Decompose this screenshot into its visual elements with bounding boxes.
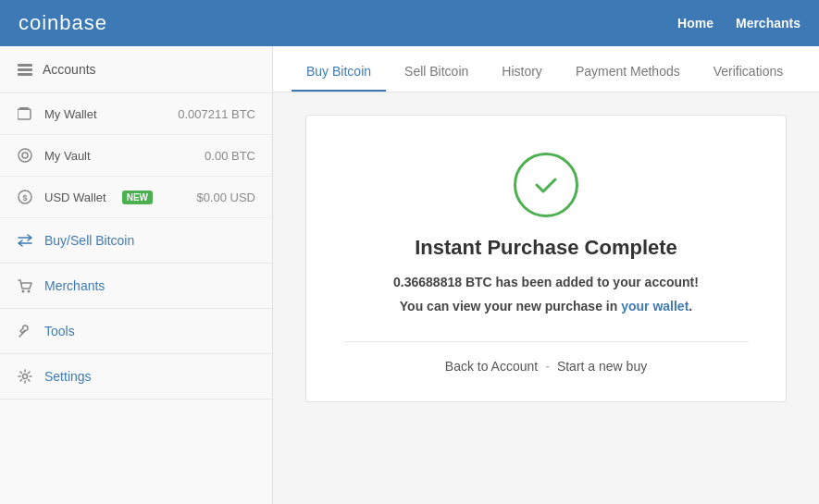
svg-point-5 xyxy=(19,149,31,162)
tabs: Buy Bitcoin Sell Bitcoin History Payment… xyxy=(273,46,819,92)
tab-sell-bitcoin[interactable]: Sell Bitcoin xyxy=(390,64,483,92)
svg-text:$: $ xyxy=(22,193,27,203)
svg-point-6 xyxy=(22,153,28,158)
gear-icon xyxy=(17,368,33,385)
tab-buy-bitcoin[interactable]: Buy Bitcoin xyxy=(292,64,386,92)
sub-text-after: . xyxy=(689,299,692,313)
nav-merchants[interactable]: Merchants xyxy=(736,16,800,31)
layout: Accounts My Wallet 0.007211 BTC xyxy=(0,46,819,504)
nav-home[interactable]: Home xyxy=(677,16,714,31)
accounts-section-header: Accounts xyxy=(0,46,272,93)
sub-text-before: You can view your new purchase in xyxy=(400,299,621,313)
tools-label: Tools xyxy=(44,324,75,338)
svg-point-10 xyxy=(28,289,31,292)
svg-rect-2 xyxy=(18,73,32,76)
svg-rect-1 xyxy=(18,68,32,71)
sidebar-item-my-vault[interactable]: My Vault 0.00 BTC xyxy=(0,135,272,177)
svg-point-9 xyxy=(22,289,25,292)
content-area: Instant Purchase Complete 0.36688818 BTC… xyxy=(273,92,819,424)
sidebar-item-merchants[interactable]: Merchants xyxy=(0,264,272,309)
vault-icon xyxy=(17,147,33,164)
merchants-label: Merchants xyxy=(44,278,105,293)
header: coinbase Home Merchants xyxy=(0,0,819,46)
success-title: Instant Purchase Complete xyxy=(343,236,749,260)
sidebar-item-usd-wallet[interactable]: $ USD Wallet NEW $0.00 USD xyxy=(0,177,272,218)
wallet-icon xyxy=(17,105,33,122)
sidebar-item-buy-sell[interactable]: Buy/Sell Bitcoin xyxy=(0,218,272,264)
success-subtext: You can view your new purchase in your w… xyxy=(343,299,749,313)
start-new-buy-link[interactable]: Start a new buy xyxy=(557,359,647,374)
sidebar-item-tools[interactable]: Tools xyxy=(0,309,272,354)
sidebar-item-my-wallet[interactable]: My Wallet 0.007211 BTC xyxy=(0,93,272,135)
sidebar: Accounts My Wallet 0.007211 BTC xyxy=(0,46,273,504)
logo: coinbase xyxy=(19,11,107,35)
cart-icon xyxy=(17,277,33,294)
tab-verifications[interactable]: Verifications xyxy=(699,64,798,92)
your-wallet-link[interactable]: your wallet xyxy=(621,299,689,313)
accounts-label: Accounts xyxy=(43,62,96,77)
settings-label: Settings xyxy=(44,369,92,384)
tools-icon xyxy=(17,323,33,339)
usd-wallet-label: USD Wallet xyxy=(44,191,106,204)
back-to-account-link[interactable]: Back to Account xyxy=(445,359,538,374)
accounts-icon xyxy=(17,61,33,78)
success-description: 0.36688818 BTC has been added to your ac… xyxy=(343,275,749,289)
tab-payment-methods[interactable]: Payment Methods xyxy=(561,64,695,92)
usd-wallet-badge: NEW xyxy=(122,191,153,204)
arrows-icon xyxy=(17,232,33,249)
usd-icon: $ xyxy=(17,189,33,205)
usd-wallet-value: $0.00 USD xyxy=(196,191,255,204)
my-wallet-value: 0.007211 BTC xyxy=(178,107,255,121)
success-card: Instant Purchase Complete 0.36688818 BTC… xyxy=(305,115,787,402)
action-separator: - xyxy=(545,359,550,374)
tab-history[interactable]: History xyxy=(487,64,557,92)
svg-point-11 xyxy=(23,375,28,379)
svg-rect-3 xyxy=(18,109,31,119)
main-content: Buy Bitcoin Sell Bitcoin History Payment… xyxy=(273,46,819,504)
my-wallet-label: My Wallet xyxy=(44,107,97,121)
header-nav: Home Merchants xyxy=(677,16,800,31)
buy-sell-label: Buy/Sell Bitcoin xyxy=(44,233,134,248)
svg-rect-0 xyxy=(18,64,32,67)
success-icon xyxy=(514,153,578,217)
card-actions: Back to Account - Start a new buy xyxy=(343,341,749,374)
my-vault-value: 0.00 BTC xyxy=(205,149,255,163)
svg-rect-4 xyxy=(19,107,29,110)
my-vault-label: My Vault xyxy=(44,149,91,163)
sidebar-item-settings[interactable]: Settings xyxy=(0,354,272,400)
